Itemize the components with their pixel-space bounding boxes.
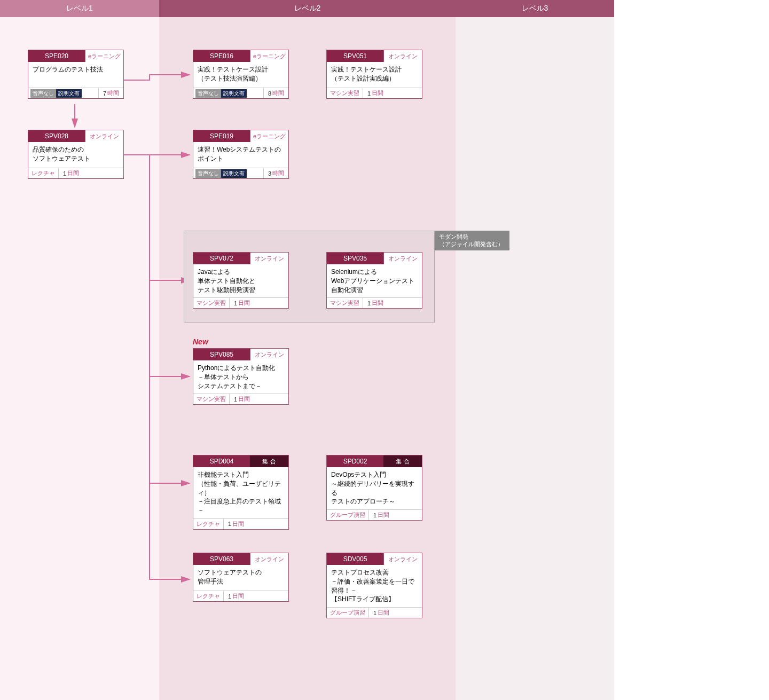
card-code: SPE016 <box>193 50 250 62</box>
card-metric: グループ演習 <box>327 608 368 618</box>
course-card-spv072[interactable]: SPV072 オンライン Javaによる 単体テスト自動化と テスト駆動開発演習… <box>193 252 289 309</box>
audio-badge: 音声なし <box>30 89 56 98</box>
column-level-1 <box>0 17 159 700</box>
card-type-badge: eラーニング <box>250 130 288 142</box>
duration-number: 1 <box>234 396 237 403</box>
duration-number: 7 <box>103 90 106 97</box>
audio-badge: 音声なし <box>195 89 221 98</box>
card-metric: マシン実習 <box>327 88 363 98</box>
duration-unit: 日間 <box>232 592 244 600</box>
card-type-badge: 集 合 <box>383 455 422 467</box>
card-metric: マシン実習 <box>193 394 229 404</box>
card-metric: レクチャ <box>193 591 223 601</box>
duration-unit: 日間 <box>372 299 383 307</box>
card-metric: レクチャ <box>28 168 58 178</box>
card-title: DevOpsテスト入門 ～継続的デリバリーを実現する テストのアプローチ～ <box>327 467 422 509</box>
course-card-spe019[interactable]: SPE019 eラーニング 速習！Webシステムテストの ポイント 音声なし説明… <box>193 130 289 179</box>
group-label: モダン開発 （アジャイル開発含む） <box>435 231 509 250</box>
card-metric: マシン実習 <box>327 298 363 308</box>
card-type-badge: オンライン <box>250 253 288 264</box>
level-2-header: レベル2 <box>159 0 456 17</box>
duration-number: 1 <box>367 300 371 306</box>
card-code: SPD002 <box>327 455 383 467</box>
desc-badge: 説明文有 <box>221 89 247 98</box>
card-title: Javaによる 単体テスト自動化と テスト駆動開発演習 <box>193 264 288 297</box>
card-title: ソフトウェアテストの 管理手法 <box>193 565 288 591</box>
card-title: 速習！Webシステムテストの ポイント <box>193 142 288 168</box>
card-title: 実践！テストケース設計 （テスト技法演習編） <box>193 62 288 88</box>
card-type-badge: オンライン <box>250 553 288 565</box>
duration-unit: 時間 <box>107 89 119 97</box>
card-code: SPD004 <box>193 455 250 467</box>
card-metric: マシン実習 <box>193 298 229 308</box>
duration-number: 1 <box>373 610 376 616</box>
card-metric: レクチャ <box>193 519 223 529</box>
duration-unit: 時間 <box>272 89 284 97</box>
card-code: SPV028 <box>28 130 85 142</box>
course-card-spv063[interactable]: SPV063 オンライン ソフトウェアテストの 管理手法 レクチャ 1日間 <box>193 553 289 602</box>
duration-number: 1 <box>373 512 376 518</box>
duration-unit: 日間 <box>238 395 250 403</box>
duration-unit: 日間 <box>378 609 389 617</box>
duration-number: 3 <box>268 170 271 177</box>
card-code: SDV005 <box>327 553 383 565</box>
level-3-header: レベル3 <box>456 0 614 17</box>
course-card-spv035[interactable]: SPV035 オンライン Seleniumによる Webアプリケーションテスト … <box>326 252 422 309</box>
audio-badge: 音声なし <box>195 169 221 178</box>
card-title: 実践！テストケース設計 （テスト設計実践編） <box>327 62 422 88</box>
duration-number: 1 <box>234 300 237 306</box>
level-1-header: レベル1 <box>0 0 159 17</box>
card-type-badge: オンライン <box>383 253 422 264</box>
duration-unit: 日間 <box>67 169 79 177</box>
course-card-spd004[interactable]: SPD004 集 合 非機能テスト入門 （性能・負荷、ユーザビリティ） －注目度… <box>193 455 289 530</box>
card-type-badge: eラーニング <box>85 50 123 62</box>
course-card-spv051[interactable]: SPV051 オンライン 実践！テストケース設計 （テスト設計実践編） マシン実… <box>326 50 422 99</box>
card-type-badge: オンライン <box>85 130 123 142</box>
course-card-spv085[interactable]: SPV085 オンライン Pythonによるテスト自動化 －単体テストから シス… <box>193 348 289 405</box>
card-type-badge: 集 合 <box>250 455 288 467</box>
card-code: SPV051 <box>327 50 383 62</box>
card-code: SPV085 <box>193 349 250 360</box>
card-type-badge: オンライン <box>383 50 422 62</box>
duration-number: 1 <box>228 521 231 527</box>
card-title: プログラムのテスト技法 <box>28 62 123 88</box>
column-level-3 <box>456 17 614 700</box>
course-card-spd002[interactable]: SPD002 集 合 DevOpsテスト入門 ～継続的デリバリーを実現する テス… <box>326 455 422 521</box>
new-badge: New <box>193 337 208 346</box>
desc-badge: 説明文有 <box>56 89 82 98</box>
card-title: Seleniumによる Webアプリケーションテスト 自動化演習 <box>327 264 422 297</box>
card-code: SPE020 <box>28 50 85 62</box>
card-title: 非機能テスト入門 （性能・負荷、ユーザビリティ） －注目度急上昇のテスト領域－ <box>193 467 288 518</box>
desc-badge: 説明文有 <box>221 169 247 178</box>
card-code: SPV072 <box>193 253 250 264</box>
duration-unit: 時間 <box>272 169 284 177</box>
duration-unit: 日間 <box>372 89 383 97</box>
card-type-badge: オンライン <box>250 349 288 360</box>
duration-unit: 日間 <box>378 511 389 519</box>
course-card-sdv005[interactable]: SDV005 オンライン テストプロセス改善 －評価・改善案策定を一日で習得！－… <box>326 553 422 618</box>
card-type-badge: オンライン <box>383 553 422 565</box>
card-code: SPV063 <box>193 553 250 565</box>
card-title: 品質確保のための ソフトウェアテスト <box>28 142 123 168</box>
course-card-spe020[interactable]: SPE020 eラーニング プログラムのテスト技法 音声なし説明文有 7時間 <box>28 50 124 99</box>
duration-unit: 日間 <box>238 299 250 307</box>
duration-number: 1 <box>367 90 371 97</box>
card-title: Pythonによるテスト自動化 －単体テストから システムテストまで－ <box>193 360 288 394</box>
duration-number: 1 <box>228 593 231 600</box>
course-card-spv028[interactable]: SPV028 オンライン 品質確保のための ソフトウェアテスト レクチャ 1日間 <box>28 130 124 179</box>
card-code: SPE019 <box>193 130 250 142</box>
card-code: SPV035 <box>327 253 383 264</box>
card-type-badge: eラーニング <box>250 50 288 62</box>
duration-number: 1 <box>63 170 66 177</box>
card-metric: グループ演習 <box>327 510 368 520</box>
course-card-spe016[interactable]: SPE016 eラーニング 実践！テストケース設計 （テスト技法演習編） 音声な… <box>193 50 289 99</box>
duration-number: 8 <box>268 90 271 97</box>
card-title: テストプロセス改善 －評価・改善案策定を一日で習得！－ 【SHIFTライブ配信】 <box>327 565 422 607</box>
duration-unit: 日間 <box>232 520 244 528</box>
